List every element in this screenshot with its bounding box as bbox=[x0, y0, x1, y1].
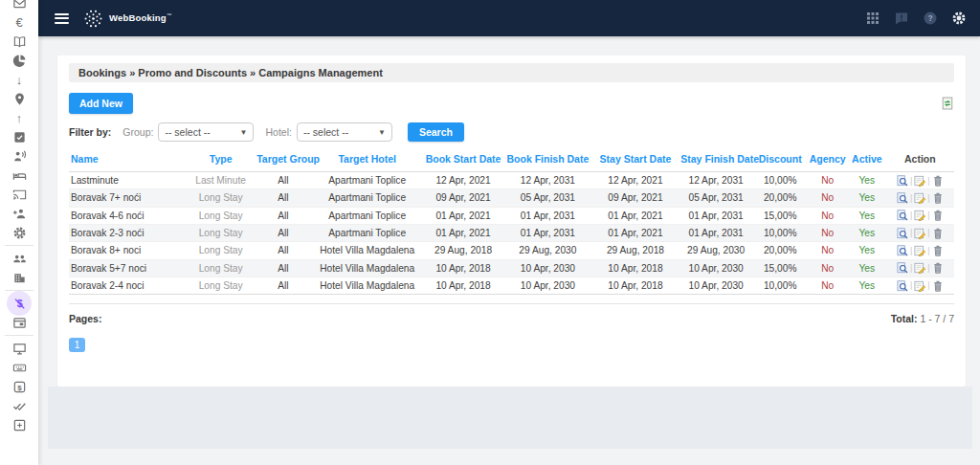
sidebar-item-person-add-icon[interactable] bbox=[0, 204, 38, 223]
cell-book-finish: 05 Apr, 2031 bbox=[503, 189, 592, 207]
sidebar-item-voice-person-icon[interactable] bbox=[0, 146, 38, 166]
sidebar-item-keyboard-icon[interactable] bbox=[0, 358, 38, 377]
done-all-icon bbox=[12, 399, 27, 413]
sidebar-item-done-all-icon[interactable] bbox=[0, 396, 38, 415]
sidebar-item-bed-icon[interactable] bbox=[0, 166, 38, 185]
delete-icon[interactable] bbox=[932, 262, 944, 274]
column-header-book-start-date[interactable]: Book Start Date bbox=[423, 146, 503, 172]
sidebar-item-add-box-icon[interactable] bbox=[0, 415, 38, 434]
column-header-agency[interactable]: Agency bbox=[807, 146, 848, 172]
cell-book-start: 12 Apr, 2021 bbox=[423, 172, 503, 189]
sidebar-item-mail-icon[interactable] bbox=[0, 0, 38, 12]
settings-icon[interactable] bbox=[950, 11, 967, 27]
euro-icon: € bbox=[15, 16, 22, 29]
building-icon bbox=[12, 271, 27, 285]
hotel-select[interactable]: -- select -- ▼ bbox=[297, 122, 392, 142]
sidebar-item-gear-icon[interactable] bbox=[0, 223, 38, 242]
logo[interactable]: WebBooking™ bbox=[83, 9, 172, 29]
sidebar-item-book-icon[interactable] bbox=[0, 32, 38, 51]
delete-icon[interactable] bbox=[932, 175, 944, 187]
sidebar-item-dollar-box-icon[interactable]: $ bbox=[0, 377, 38, 396]
cell-book-start: 10 Apr, 2018 bbox=[423, 277, 503, 294]
preview-icon[interactable] bbox=[897, 210, 908, 221]
table-row: Boravak 8+ nociLong StayAllHotel Villa M… bbox=[69, 242, 954, 259]
edit-icon[interactable] bbox=[914, 262, 925, 274]
export-excel-icon[interactable] bbox=[941, 97, 954, 110]
preview-icon[interactable] bbox=[897, 175, 908, 187]
table-row: Boravak 5+7 nociLong StayAllHotel Villa … bbox=[69, 259, 954, 277]
sidebar-item-euro-icon[interactable]: € bbox=[0, 12, 38, 32]
table-row: LastminuteLast MinuteAllApartmani Toplic… bbox=[69, 172, 954, 189]
action-separator: | bbox=[927, 246, 929, 255]
preview-icon[interactable] bbox=[897, 245, 908, 256]
table-row: Boravak 2-3 noćiLong StayAllApartmani To… bbox=[69, 224, 954, 241]
apps-grid-icon[interactable] bbox=[864, 11, 880, 27]
chat-icon[interactable] bbox=[893, 11, 909, 27]
cell-type: Long Stay bbox=[187, 207, 255, 224]
person-add-icon bbox=[12, 207, 27, 221]
cast-icon bbox=[12, 188, 27, 202]
edit-icon[interactable] bbox=[914, 245, 925, 256]
sidebar-item-pie-chart-icon[interactable] bbox=[0, 51, 38, 70]
cell-book-start: 01 Apr, 2021 bbox=[423, 207, 503, 224]
monitor-icon bbox=[12, 342, 27, 356]
search-button[interactable]: Search bbox=[408, 122, 464, 142]
preview-icon[interactable] bbox=[897, 262, 908, 274]
cell-discount: 10,00% bbox=[753, 224, 807, 241]
edit-icon[interactable] bbox=[914, 280, 925, 292]
menu-hamburger-icon[interactable] bbox=[55, 11, 69, 26]
sidebar: €↓↑$$ bbox=[0, 0, 38, 465]
sidebar-item-arrow-up-icon[interactable]: ↑ bbox=[0, 108, 38, 127]
cell-agency: No bbox=[807, 224, 848, 241]
arrow-up-icon: ↑ bbox=[16, 112, 23, 124]
cell-actions: || bbox=[886, 189, 954, 207]
delete-icon[interactable] bbox=[932, 245, 944, 256]
preview-icon[interactable] bbox=[897, 192, 908, 204]
sidebar-item-cast-icon[interactable] bbox=[0, 185, 38, 204]
preview-icon[interactable] bbox=[897, 280, 908, 292]
column-header-book-finish-date[interactable]: Book Finish Date bbox=[503, 146, 592, 172]
sidebar-item-people-icon[interactable] bbox=[0, 249, 38, 268]
cell-type: Long Stay bbox=[187, 242, 255, 259]
edit-icon[interactable] bbox=[914, 228, 925, 239]
voice-person-icon bbox=[12, 149, 27, 164]
table-row: Boravak 7+ noćiLong StayAllApartmani Top… bbox=[69, 189, 954, 207]
delete-icon[interactable] bbox=[932, 192, 944, 204]
sidebar-item-monitor-icon[interactable] bbox=[0, 339, 38, 358]
column-header-type[interactable]: Type bbox=[187, 146, 255, 172]
column-header-stay-finish-date[interactable]: Stay Finish Date bbox=[679, 146, 753, 172]
cell-stay-start: 09 Apr, 2021 bbox=[592, 189, 679, 207]
sidebar-item-building-icon[interactable] bbox=[0, 268, 38, 287]
campaigns-table: NameTypeTarget GroupTarget HotelBook Sta… bbox=[69, 146, 954, 295]
delete-icon[interactable] bbox=[932, 228, 944, 239]
pages-label: Pages: bbox=[69, 313, 101, 324]
add-new-button[interactable]: Add New bbox=[69, 93, 133, 114]
cell-book-finish: 12 Apr, 2031 bbox=[503, 172, 592, 189]
edit-icon[interactable] bbox=[914, 210, 925, 221]
cell-target-hotel: Apartmani Toplice bbox=[311, 224, 423, 241]
help-icon[interactable]: ? bbox=[922, 11, 938, 27]
cell-book-finish: 29 Aug, 2030 bbox=[503, 242, 592, 259]
column-header-discount[interactable]: Discount bbox=[753, 146, 807, 172]
column-header-name[interactable]: Name bbox=[69, 146, 187, 172]
delete-icon[interactable] bbox=[932, 280, 944, 292]
sidebar-item-arrow-down-icon[interactable]: ↓ bbox=[0, 70, 38, 89]
edit-icon[interactable] bbox=[914, 175, 925, 187]
sidebar-item-card-icon[interactable] bbox=[0, 313, 38, 332]
sidebar-item-location-pin-icon[interactable] bbox=[0, 89, 38, 108]
column-header-target-hotel[interactable]: Target Hotel bbox=[311, 146, 423, 172]
cell-active: Yes bbox=[848, 277, 886, 294]
action-separator: | bbox=[927, 210, 929, 220]
cell-book-start: 01 Apr, 2021 bbox=[423, 224, 503, 241]
page-button-1[interactable]: 1 bbox=[69, 338, 85, 352]
column-header-stay-start-date[interactable]: Stay Start Date bbox=[592, 146, 679, 172]
arrow-down-icon: ↓ bbox=[16, 74, 23, 86]
delete-icon[interactable] bbox=[932, 210, 944, 221]
sidebar-item-event-check-icon[interactable] bbox=[0, 127, 38, 146]
preview-icon[interactable] bbox=[897, 228, 908, 239]
edit-icon[interactable] bbox=[914, 192, 925, 204]
column-header-target-group[interactable]: Target Group bbox=[255, 146, 311, 172]
column-header-active[interactable]: Active bbox=[848, 146, 886, 172]
sidebar-item-money-off-icon[interactable]: $ bbox=[0, 294, 38, 313]
group-select[interactable]: -- select -- ▼ bbox=[158, 122, 254, 142]
